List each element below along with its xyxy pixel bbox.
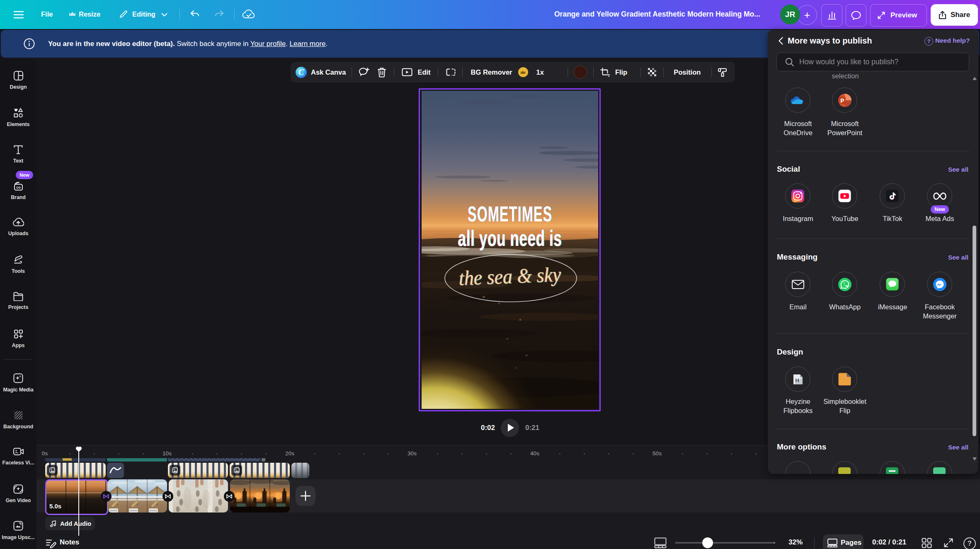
- svg-text:P: P: [840, 97, 844, 104]
- svg-text:co: co: [16, 185, 21, 189]
- svg-text:H: H: [795, 377, 799, 384]
